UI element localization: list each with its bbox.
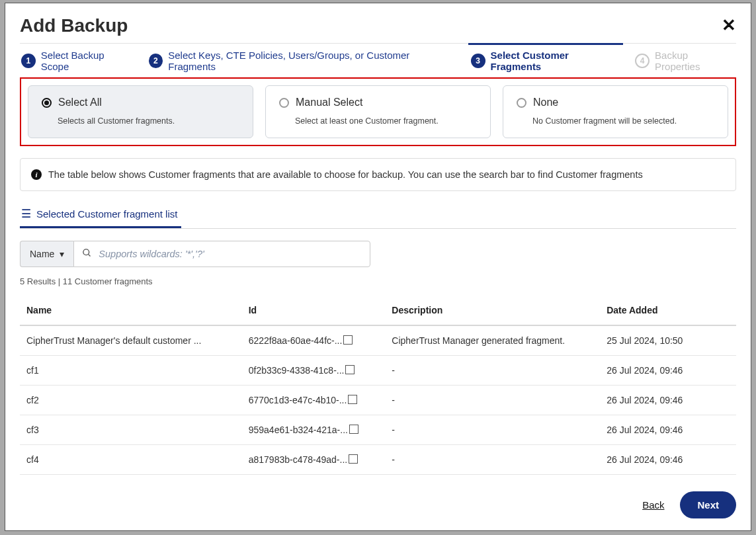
info-bar: i The table below shows Customer fragmen… — [20, 158, 736, 191]
radio-select-all[interactable] — [42, 98, 52, 108]
col-date-added: Date Added — [600, 296, 736, 325]
step-num-1: 1 — [21, 54, 36, 68]
info-icon: i — [31, 169, 42, 180]
modal-header: Add Backup ✕ — [20, 15, 736, 43]
option-manual-select[interactable]: Manual Select Select at least one Custom… — [265, 85, 491, 138]
close-icon[interactable]: ✕ — [722, 15, 736, 36]
option-manual-desc: Select at least one Customer fragment. — [279, 116, 477, 126]
option-none-desc: No Customer fragment will be selected. — [517, 116, 714, 126]
option-none-title: None — [533, 97, 558, 108]
option-manual-title: Manual Select — [296, 97, 362, 108]
cell-desc: CipherTrust Manager generated fragment. — [385, 325, 600, 356]
step-select-backup-scope[interactable]: 1 Select Backup Scope — [21, 44, 134, 77]
svg-point-0 — [83, 249, 89, 255]
search-icon — [82, 248, 92, 261]
cell-name: cf1 — [20, 356, 242, 386]
search-filter-dropdown[interactable]: Name ▾ — [20, 241, 73, 267]
next-button[interactable]: Next — [680, 491, 736, 518]
copy-icon[interactable] — [349, 396, 357, 404]
info-text: The table below shows Customer fragments… — [48, 169, 643, 180]
cell-desc: - — [385, 356, 600, 386]
add-backup-modal: Add Backup ✕ 1 Select Backup Scope 2 Sel… — [5, 3, 751, 531]
step-backup-properties: 4 Backup Properties — [635, 44, 735, 77]
step-label-2: Select Keys, CTE Policies, Users/Groups,… — [168, 50, 456, 72]
back-button[interactable]: Back — [642, 499, 664, 511]
cell-id: 6222f8aa-60ae-44fc-... — [242, 325, 386, 356]
cell-date: 25 Jul 2024, 10:50 — [600, 325, 736, 356]
svg-line-1 — [89, 254, 91, 256]
cell-name: cf4 — [20, 445, 242, 475]
tab-selected-fragment-list[interactable]: ☰ Selected Customer fragment list — [20, 203, 181, 228]
cell-name: CipherTrust Manager's default customer .… — [20, 325, 242, 356]
cell-name: cf3 — [20, 415, 242, 445]
radio-manual-select[interactable] — [279, 98, 289, 108]
cell-id: a817983b-c478-49ad-... — [242, 445, 386, 475]
results-count: 5 Results | 11 Customer fragments — [20, 276, 736, 286]
search-input[interactable] — [99, 249, 362, 259]
step-num-4: 4 — [635, 54, 650, 68]
col-description: Description — [385, 296, 600, 325]
fragments-table: Name Id Description Date Added CipherTru… — [20, 296, 736, 475]
chevron-down-icon: ▾ — [60, 249, 64, 259]
search-row: Name ▾ — [20, 241, 370, 267]
cell-id: 959a4e61-b324-421a-... — [242, 415, 386, 445]
search-filter-value: Name — [30, 249, 54, 259]
table-header-row: Name Id Description Date Added — [20, 296, 736, 325]
copy-icon[interactable] — [350, 456, 358, 464]
table-row[interactable]: cf2 6770c1d3-e47c-4b10-... - 26 Jul 2024… — [20, 386, 736, 415]
table-row[interactable]: cf1 0f2b33c9-4338-41c8-... - 26 Jul 2024… — [20, 356, 736, 386]
tab-label: Selected Customer fragment list — [36, 208, 177, 220]
search-input-wrap — [73, 241, 370, 267]
option-select-all-desc: Selects all Customer fragments. — [42, 116, 239, 126]
col-id: Id — [242, 296, 386, 325]
selection-options: Select All Selects all Customer fragment… — [20, 77, 736, 146]
cell-desc: - — [385, 415, 600, 445]
cell-desc: - — [385, 386, 600, 415]
list-icon: ☰ — [21, 208, 31, 220]
step-label-3: Select Customer Fragments — [491, 50, 621, 72]
copy-icon[interactable] — [345, 337, 353, 345]
modal-title: Add Backup — [20, 15, 736, 36]
cell-date: 26 Jul 2024, 09:46 — [600, 415, 736, 445]
step-select-keys[interactable]: 2 Select Keys, CTE Policies, Users/Group… — [149, 44, 456, 77]
cell-date: 26 Jul 2024, 09:46 — [600, 356, 736, 386]
table-row[interactable]: cf3 959a4e61-b324-421a-... - 26 Jul 2024… — [20, 415, 736, 445]
cell-date: 26 Jul 2024, 09:46 — [600, 445, 736, 475]
table-row[interactable]: CipherTrust Manager's default customer .… — [20, 325, 736, 356]
option-select-all[interactable]: Select All Selects all Customer fragment… — [28, 85, 253, 138]
step-label-1: Select Backup Scope — [41, 50, 134, 72]
step-num-2: 2 — [149, 54, 163, 68]
radio-none[interactable] — [517, 98, 526, 108]
step-select-customer-fragments[interactable]: 3 Select Customer Fragments — [471, 44, 620, 77]
cell-name: cf2 — [20, 386, 242, 415]
step-label-4: Backup Properties — [655, 50, 735, 72]
cell-id: 6770c1d3-e47c-4b10-... — [242, 386, 386, 415]
col-name: Name — [20, 296, 242, 325]
option-none[interactable]: None No Customer fragment will be select… — [503, 85, 728, 138]
cell-desc: - — [385, 445, 600, 475]
copy-icon[interactable] — [351, 426, 358, 434]
table-row[interactable]: cf4 a817983b-c478-49ad-... - 26 Jul 2024… — [20, 445, 736, 475]
fragments-tabs: ☰ Selected Customer fragment list — [20, 203, 736, 229]
option-select-all-title: Select All — [58, 97, 102, 108]
cell-date: 26 Jul 2024, 09:46 — [600, 386, 736, 415]
copy-icon[interactable] — [347, 366, 355, 374]
step-num-3: 3 — [471, 54, 485, 68]
wizard-footer: Back Next — [642, 491, 736, 518]
cell-id: 0f2b33c9-4338-41c8-... — [242, 356, 386, 386]
step-wizard: 1 Select Backup Scope 2 Select Keys, CTE… — [20, 43, 736, 77]
